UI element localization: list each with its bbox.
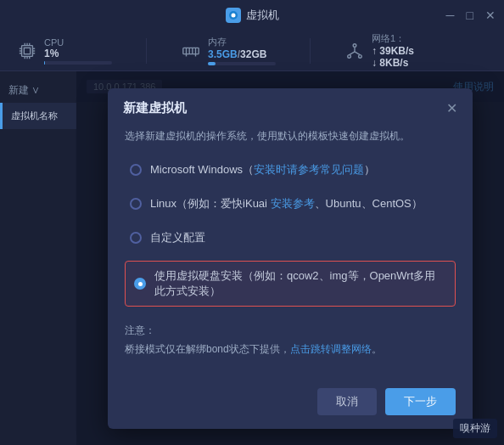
ram-value: 3.5GB/32GB: [208, 48, 276, 60]
dialog-footer: 取消 下一步: [108, 378, 473, 429]
ram-used: 3.5GB: [208, 48, 238, 60]
cpu-label: CPU: [44, 37, 112, 48]
sidebar: 新建 ∨ 虚拟机名称: [0, 71, 76, 445]
option-custom[interactable]: 自定义配置: [125, 227, 456, 249]
network-icon: [344, 41, 365, 61]
app-logo: [226, 8, 241, 23]
cpu-icon: [17, 41, 37, 61]
option-windows[interactable]: Microsoft Windows（安装时请参考常见问题）: [125, 159, 456, 181]
cpu-bar: [44, 61, 112, 65]
ram-icon: [181, 41, 201, 61]
modal-overlay: 新建虚拟机 ✕ 选择新建虚拟机的操作系统，使用默认的模板快速创建虚拟机。 Mic…: [76, 71, 504, 445]
dialog-body: 选择新建虚拟机的操作系统，使用默认的模板快速创建虚拟机。 Microsoft W…: [108, 125, 473, 378]
notice-body: 桥接模式仅在解绑bond状态下提供，: [125, 343, 290, 355]
next-button[interactable]: 下一步: [385, 388, 456, 415]
ram-bar-fill: [208, 62, 216, 65]
net-info: 网络1： ↑ 39KB/s ↓ 8KB/s: [372, 32, 414, 69]
option-disk[interactable]: 使用虚拟硬盘安装（例如：qcow2、img等，OpenWrt多用此方式安装）: [125, 261, 456, 307]
divider-1: [146, 38, 147, 64]
svg-rect-2: [22, 45, 33, 56]
option-windows-label: Microsoft Windows（安装时请参考常见问题）: [150, 162, 375, 177]
watermark: 嗅种游: [453, 419, 497, 438]
app-title: 虚拟机: [246, 8, 279, 23]
net-down: ↓ 8KB/s: [372, 57, 414, 69]
stats-bar: CPU 1% 内存 3.5GB/32GB: [0, 31, 504, 71]
svg-line-27: [350, 51, 355, 54]
svg-point-24: [348, 54, 351, 58]
radio-disk[interactable]: [134, 278, 146, 290]
svg-rect-16: [183, 48, 199, 54]
ikuai-link[interactable]: 安装参考: [271, 197, 315, 210]
divider-2: [310, 38, 311, 64]
radio-custom[interactable]: [130, 232, 142, 244]
svg-point-23: [353, 43, 356, 47]
ram-info: 内存 3.5GB/32GB: [208, 36, 276, 65]
notice-title: 注意：: [125, 324, 456, 338]
option-linux-label: Linux（例如：爱快iKuai 安装参考、Ubuntu、CentOS）: [150, 196, 423, 211]
option-linux[interactable]: Linux（例如：爱快iKuai 安装参考、Ubuntu、CentOS）: [125, 193, 456, 215]
sidebar-item-vms[interactable]: 虚拟机名称: [0, 103, 76, 129]
ram-bar: [208, 62, 276, 65]
window-controls: ─ □ ✕: [446, 8, 496, 22]
notice-text: 桥接模式仅在解绑bond状态下提供，点击跳转调整网络。: [125, 341, 456, 358]
cpu-stat: CPU 1%: [17, 37, 112, 65]
cancel-button[interactable]: 取消: [317, 388, 377, 415]
svg-point-25: [359, 54, 362, 58]
net-stat: 网络1： ↑ 39KB/s ↓ 8KB/s: [344, 32, 414, 69]
notice-section: 注意： 桥接模式仅在解绑bond状态下提供，点击跳转调整网络。: [125, 324, 456, 358]
cpu-info: CPU 1%: [44, 37, 112, 65]
content-area: 10.0.0.171.386 使用说明 新建虚拟机 ✕ 选择新建虚拟机的操作系统…: [76, 71, 504, 445]
dialog-title: 新建虚拟机: [123, 100, 187, 116]
option-custom-label: 自定义配置: [150, 230, 205, 245]
minimize-button[interactable]: ─: [446, 8, 455, 22]
dialog-header: 新建虚拟机 ✕: [108, 88, 473, 125]
notice-end: 。: [372, 343, 382, 355]
option-disk-label: 使用虚拟硬盘安装（例如：qcow2、img等，OpenWrt多用此方式安装）: [154, 268, 446, 299]
title-bar: 虚拟机 ─ □ ✕: [0, 0, 504, 31]
dialog-description: 选择新建虚拟机的操作系统，使用默认的模板快速创建虚拟机。: [125, 128, 456, 144]
new-vm-button[interactable]: 新建 ∨: [0, 78, 76, 103]
cpu-value: 1%: [44, 48, 112, 59]
cpu-bar-fill: [44, 61, 45, 65]
svg-point-1: [231, 14, 235, 18]
close-button[interactable]: ✕: [485, 8, 496, 22]
maximize-button[interactable]: □: [467, 8, 473, 22]
svg-line-28: [355, 51, 360, 54]
svg-rect-3: [24, 48, 30, 54]
net-up: ↑ 39KB/s: [372, 45, 414, 57]
ram-total: 32GB: [240, 48, 266, 60]
main-area: 新建 ∨ 虚拟机名称 10.0.0.171.386 使用说明 新建虚拟机 ✕ 选…: [0, 71, 504, 445]
net-label: 网络1：: [372, 32, 414, 45]
radio-linux[interactable]: [130, 198, 142, 210]
dialog-close-button[interactable]: ✕: [446, 100, 457, 116]
notice-link[interactable]: 点击跳转调整网络: [290, 343, 372, 355]
radio-windows[interactable]: [130, 164, 142, 176]
windows-faq-link[interactable]: 安装时请参考常见问题: [254, 163, 364, 176]
ram-stat: 内存 3.5GB/32GB: [181, 36, 276, 65]
ram-label: 内存: [208, 36, 276, 48]
new-vm-dialog: 新建虚拟机 ✕ 选择新建虚拟机的操作系统，使用默认的模板快速创建虚拟机。 Mic…: [108, 88, 473, 429]
